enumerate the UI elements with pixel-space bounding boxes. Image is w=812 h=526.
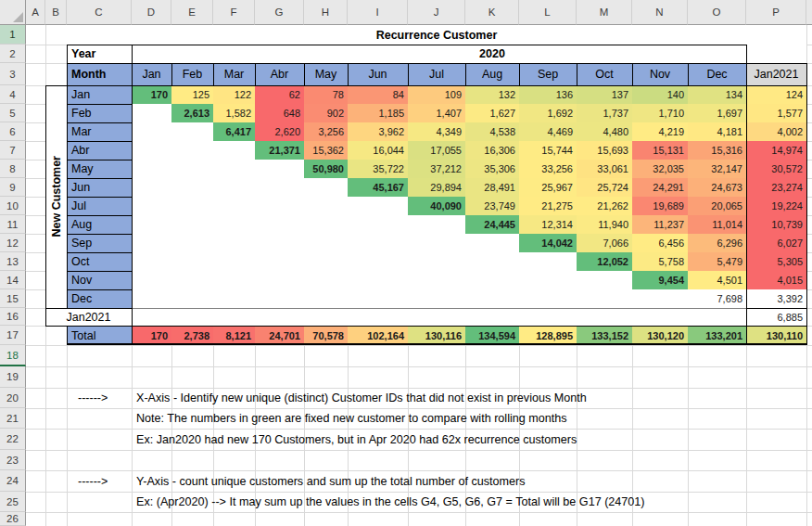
year-value-cell[interactable]: 2020	[132, 45, 746, 63]
cell-N11[interactable]: 11,237	[632, 215, 688, 234]
cell-M5[interactable]: 1,737	[577, 104, 632, 122]
month-column-header-Feb[interactable]: Feb	[171, 63, 213, 85]
cell-D4[interactable]: 170	[132, 85, 171, 104]
column-header-E[interactable]: E	[171, 0, 213, 25]
cell-P10[interactable]: 19,224	[746, 197, 806, 215]
cell-J5[interactable]: 1,407	[408, 104, 465, 122]
row-header-20[interactable]: 20	[0, 388, 26, 408]
cell-I6[interactable]: 3,962	[348, 122, 408, 141]
cell-P11[interactable]: 10,739	[746, 215, 806, 234]
cell-P6[interactable]: 4,002	[746, 122, 806, 141]
row-label-cell-Nov[interactable]: Nov	[67, 271, 132, 289]
cell-I7[interactable]: 16,044	[348, 141, 408, 160]
cell-K4[interactable]: 132	[465, 85, 519, 104]
y-axis-label-cell[interactable]: New Customer	[45, 85, 67, 308]
note-text-24[interactable]: Y-Axis - count unique customers and sum …	[136, 470, 808, 492]
column-header-M[interactable]: M	[577, 0, 632, 25]
column-header-J[interactable]: J	[408, 0, 465, 25]
cell-H5[interactable]: 902	[304, 104, 348, 122]
row-label-cell-Jul[interactable]: Jul	[67, 197, 132, 215]
cell-F6[interactable]: 6,417	[213, 122, 255, 141]
cell-O11[interactable]: 11,014	[688, 215, 746, 234]
row-header-23[interactable]: 23	[0, 450, 26, 470]
month-column-header-Mar[interactable]: Mar	[213, 63, 255, 85]
cell-I17[interactable]: 102,164	[348, 326, 408, 345]
cell-K6[interactable]: 4,538	[465, 122, 519, 141]
cell-F5[interactable]: 1,582	[213, 104, 255, 122]
cell-J8[interactable]: 37,212	[408, 160, 465, 178]
row-header-26[interactable]: 26	[0, 512, 26, 526]
cell-I9[interactable]: 45,167	[348, 178, 408, 197]
row-header-1[interactable]: 1	[0, 25, 26, 45]
cell-K8[interactable]: 35,306	[465, 160, 519, 178]
cell-L9[interactable]: 25,967	[519, 178, 577, 197]
cell-H17[interactable]: 70,578	[304, 326, 348, 345]
cell-G4[interactable]: 62	[255, 85, 304, 104]
cell-K10[interactable]: 23,749	[465, 197, 519, 215]
cell-O15[interactable]: 7,698	[688, 289, 746, 308]
cell-N8[interactable]: 32,035	[632, 160, 688, 178]
cell-E17[interactable]: 2,738	[171, 326, 213, 345]
row-header-8[interactable]: 8	[0, 160, 26, 178]
cell-P13[interactable]: 5,305	[746, 252, 806, 271]
cell-P9[interactable]: 23,274	[746, 178, 806, 197]
row-label-cell-Feb[interactable]: Feb	[67, 104, 132, 122]
column-header-C[interactable]: C	[67, 0, 132, 25]
cell-M8[interactable]: 33,061	[577, 160, 632, 178]
cell-N17[interactable]: 130,120	[632, 326, 688, 345]
table-title-cell[interactable]: Recurrence Customer	[67, 25, 806, 45]
cell-O9[interactable]: 24,673	[688, 178, 746, 197]
month-column-header-Jan[interactable]: Jan	[132, 63, 171, 85]
cell-M12[interactable]: 7,066	[577, 234, 632, 252]
cell-M17[interactable]: 133,152	[577, 326, 632, 345]
cell-O12[interactable]: 6,296	[688, 234, 746, 252]
row-header-6[interactable]: 6	[0, 122, 26, 141]
cell-N9[interactable]: 24,291	[632, 178, 688, 197]
row-label-cell-Aug[interactable]: Aug	[67, 215, 132, 234]
row-header-15[interactable]: 15	[0, 289, 26, 308]
column-header-H[interactable]: H	[304, 0, 348, 25]
cell-O13[interactable]: 5,479	[688, 252, 746, 271]
month-column-header-Oct[interactable]: Oct	[577, 63, 632, 85]
cell-K5[interactable]: 1,627	[465, 104, 519, 122]
cell-G6[interactable]: 2,620	[255, 122, 304, 141]
cell-O4[interactable]: 134	[688, 85, 746, 104]
jan2021-row-label-cell[interactable]: Jan2021	[45, 308, 132, 326]
cell-O10[interactable]: 20,065	[688, 197, 746, 215]
cell-O6[interactable]: 4,181	[688, 122, 746, 141]
cell-P12[interactable]: 6,027	[746, 234, 806, 252]
row-header-21[interactable]: 21	[0, 408, 26, 429]
column-header-K[interactable]: K	[465, 0, 519, 25]
cell-K7[interactable]: 16,306	[465, 141, 519, 160]
row-label-cell-Jun[interactable]: Jun	[67, 178, 132, 197]
column-header-L[interactable]: L	[519, 0, 577, 25]
row-header-19[interactable]: 19	[0, 366, 26, 388]
row-header-3[interactable]: 3	[0, 63, 26, 85]
column-header-G[interactable]: G	[255, 0, 304, 25]
cell-J7[interactable]: 17,055	[408, 141, 465, 160]
cell-K11[interactable]: 24,445	[465, 215, 519, 234]
note-text-20[interactable]: X-Axis - Identify new unique (distinct) …	[136, 388, 808, 408]
cell-I5[interactable]: 1,185	[348, 104, 408, 122]
month-column-header-Jun[interactable]: Jun	[348, 63, 408, 85]
row-label-cell-Sep[interactable]: Sep	[67, 234, 132, 252]
column-header-D[interactable]: D	[132, 0, 171, 25]
cell-N12[interactable]: 6,456	[632, 234, 688, 252]
month-column-header-Nov[interactable]: Nov	[632, 63, 688, 85]
cell-L5[interactable]: 1,692	[519, 104, 577, 122]
row-header-18[interactable]: 18	[0, 345, 26, 366]
cell-E5[interactable]: 2,613	[171, 104, 213, 122]
row-label-cell-Dec[interactable]: Dec	[67, 289, 132, 308]
cell-P16[interactable]: 6,885	[746, 308, 806, 326]
column-header-B[interactable]: B	[45, 0, 67, 25]
cell-O8[interactable]: 32,147	[688, 160, 746, 178]
cell-P5[interactable]: 1,577	[746, 104, 806, 122]
cell-G17[interactable]: 24,701	[255, 326, 304, 345]
row-header-11[interactable]: 11	[0, 215, 26, 234]
row-label-cell-Jan[interactable]: Jan	[67, 85, 132, 104]
cell-N14[interactable]: 9,454	[632, 271, 688, 289]
cell-H7[interactable]: 15,362	[304, 141, 348, 160]
cell-G7[interactable]: 21,371	[255, 141, 304, 160]
cell-M9[interactable]: 25,724	[577, 178, 632, 197]
cell-P17[interactable]: 130,110	[746, 326, 806, 345]
